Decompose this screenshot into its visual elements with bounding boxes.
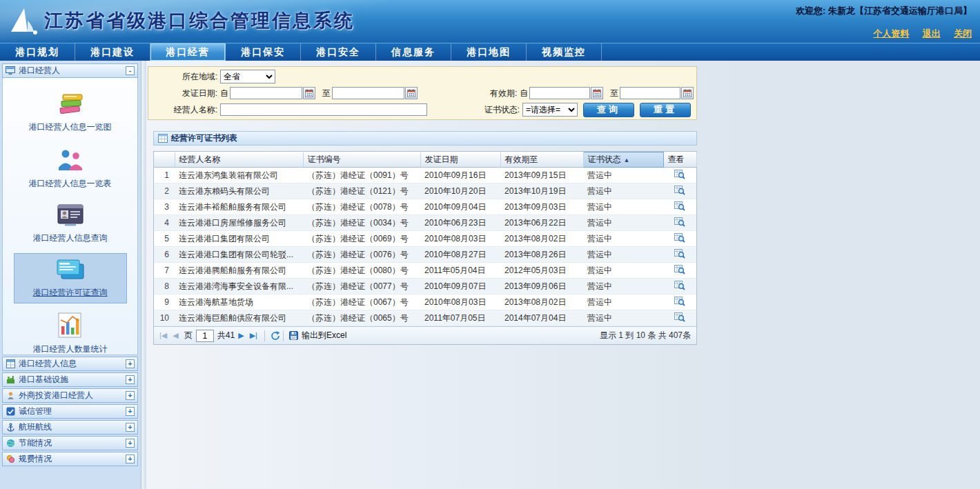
valid-until-cell: 2014年07月04日: [500, 310, 583, 326]
cert-status-label: 证书状态:: [482, 104, 522, 116]
calendar-button[interactable]: [591, 87, 603, 99]
view-record-button[interactable]: [674, 232, 685, 245]
row-index: 7: [154, 263, 175, 279]
next-page-button[interactable]: ▶: [238, 331, 244, 340]
sidebar-collapsed-panel-7[interactable]: 规费情况+: [2, 452, 138, 466]
pagination-bar: |◀ ◀ 页 共41 ▶ ▶| 输出到Excel 显示 1 到 10 条 共 4…: [154, 326, 696, 344]
sidebar-item-2[interactable]: 港口经营人信息一览表: [14, 143, 126, 194]
profile-link[interactable]: 个人资料: [873, 28, 909, 39]
app-logo-icon: [7, 6, 39, 39]
sidebar-collapsed-panel-5[interactable]: 航班航线+: [2, 420, 138, 435]
issue-date-column-header[interactable]: 发证日期: [420, 152, 500, 168]
valid-until-cell: 2012年05月03日: [500, 263, 583, 279]
view-cell: [663, 168, 696, 183]
sidebar-panel-port-operator[interactable]: 港口经营人 -: [2, 63, 138, 78]
table-row[interactable]: 6连云港港口集团有限公司轮驳...（苏连）港经证（0076）号2010年08月2…: [154, 247, 696, 263]
validity-from-input[interactable]: [529, 87, 590, 99]
view-record-button[interactable]: [674, 201, 685, 213]
issue-date-to-input[interactable]: [332, 87, 404, 99]
refresh-icon[interactable]: [271, 331, 280, 341]
table-row[interactable]: 9连云港海航基地货场（苏连）港经证（0067）号2010年08月03日2013年…: [154, 295, 696, 310]
sidebar-collapsed-panel-1[interactable]: 港口经营人信息+: [2, 357, 138, 371]
validity-label: 有效期:: [480, 88, 520, 99]
nav-tab-6[interactable]: 信息服务: [376, 43, 451, 61]
view-record-button[interactable]: [674, 185, 685, 197]
sidebar-panel-title: 港口经营人: [19, 65, 126, 77]
view-record-button[interactable]: [674, 169, 685, 181]
nav-tab-5[interactable]: 港口安全: [301, 43, 376, 61]
last-page-button[interactable]: ▶|: [250, 331, 257, 340]
expand-button[interactable]: +: [126, 375, 135, 384]
valid-until-column-header[interactable]: 有效期至: [500, 152, 583, 168]
expand-button[interactable]: +: [126, 423, 135, 432]
sidebar-item-3[interactable]: 港口经营人信息查询: [14, 199, 126, 248]
list-title-bar: 经营许可证书列表: [153, 131, 697, 146]
nav-tab-8[interactable]: 视频监控: [527, 43, 602, 61]
expand-button[interactable]: +: [126, 359, 135, 368]
sidebar-collapsed-panel-4[interactable]: 诚信管理+: [2, 404, 138, 419]
region-select[interactable]: 全省: [220, 70, 275, 83]
nav-tab-2[interactable]: 港口建设: [75, 43, 150, 61]
table-row[interactable]: 5连云港港口集团有限公司（苏连）港经证（0069）号2010年08月03日201…: [154, 231, 696, 247]
cert-no-column-header[interactable]: 证书编号: [303, 152, 420, 168]
prev-page-button[interactable]: ◀: [173, 331, 178, 340]
app-header: 江苏省省级港口综合管理信息系统 欢迎您: 朱新龙【江苏省交通运输厅港口局】 个人…: [0, 0, 980, 43]
search-button[interactable]: 查询: [583, 103, 634, 117]
sidebar-collapsed-panel-2[interactable]: 港口基础设施+: [2, 372, 138, 387]
index-column-header[interactable]: [154, 152, 175, 168]
operator-name-cell: 连云港港口集团有限公司: [175, 231, 303, 247]
export-excel-label: 输出到Excel: [302, 330, 346, 341]
view-record-button[interactable]: [674, 217, 685, 229]
table-row[interactable]: 3连云港丰裕船舶服务有限公司（苏连）港经证（0078）号2010年09月04日2…: [154, 199, 696, 215]
view-record-button[interactable]: [674, 312, 685, 324]
view-record-button[interactable]: [674, 248, 685, 261]
export-excel-button[interactable]: 输出到Excel: [289, 330, 346, 341]
collapse-button[interactable]: -: [126, 66, 135, 75]
validity-to-input[interactable]: [620, 87, 680, 99]
sidebar-item-1[interactable]: 港口经营人信息一览图: [14, 86, 126, 137]
cert-no-cell: （苏连）港经证（0065）号: [303, 310, 420, 326]
expand-button[interactable]: +: [126, 455, 135, 463]
table-row[interactable]: 7连云港港腾船舶服务有限公司（苏连）港经证（0080）号2011年05月04日2…: [154, 263, 696, 279]
sidebar-splitter[interactable]: [141, 61, 146, 489]
table-row[interactable]: 2连云港东粮码头有限公司（苏连）港经证（0121）号2010年10月20日201…: [154, 183, 696, 199]
page-number-input[interactable]: [196, 330, 214, 342]
expand-button[interactable]: +: [126, 439, 135, 448]
table-row[interactable]: 1连云港东鸿集装箱有限公司（苏连）港经证（0091）号2010年09月16日20…: [154, 168, 696, 183]
view-record-button[interactable]: [674, 296, 685, 308]
table-row[interactable]: 8连云港港湾海事安全设备有限...（苏连）港经证（0077）号2010年09月0…: [154, 279, 696, 295]
sidebar-item-5[interactable]: 港口经营人数量统计: [14, 308, 126, 355]
sidebar-item-4[interactable]: 港口经营许可证查询: [14, 254, 126, 303]
route-icon: [6, 423, 15, 432]
logout-link[interactable]: 退出: [923, 28, 941, 39]
app-title: 江苏省省级港口综合管理信息系统: [44, 8, 355, 33]
nav-tab-1[interactable]: 港口规划: [0, 43, 75, 61]
status-cell: 营运中: [583, 231, 663, 247]
expand-button[interactable]: +: [126, 391, 135, 400]
view-record-button[interactable]: [674, 264, 685, 277]
nav-tab-4[interactable]: 港口保安: [226, 43, 301, 61]
nav-tab-7[interactable]: 港口地图: [451, 43, 527, 61]
view-column-header[interactable]: 查看: [663, 152, 696, 168]
calendar-button[interactable]: [303, 87, 315, 99]
nav-tab-3[interactable]: 港口经营: [150, 43, 226, 61]
sidebar-collapsed-panel-6[interactable]: 节能情况+: [2, 436, 138, 450]
calendar-button[interactable]: [405, 87, 418, 99]
first-page-button[interactable]: |◀: [159, 331, 167, 340]
sidebar-panel-body: 港口经营人信息一览图港口经营人信息一览表港口经营人信息查询港口经营许可证查询港口…: [2, 78, 138, 355]
status-column-header[interactable]: 证书状态▲: [583, 152, 663, 168]
operator-name-input[interactable]: [220, 103, 427, 116]
close-link[interactable]: 关闭: [954, 28, 972, 39]
reset-button[interactable]: 重置: [640, 103, 691, 117]
issue-date-cell: 2010年09月04日: [420, 199, 500, 215]
row-index: 1: [154, 168, 175, 183]
view-record-button[interactable]: [674, 280, 685, 292]
table-row[interactable]: 10连云港海巨船舶供应有限公司（苏连）港经证（0065）号2011年07月05日…: [154, 310, 696, 326]
calendar-button[interactable]: [681, 87, 694, 99]
sidebar-collapsed-panel-3[interactable]: 外商投资港口经营人+: [2, 388, 138, 403]
name-column-header[interactable]: 经营人名称: [175, 152, 303, 168]
cert-status-select[interactable]: =请选择=: [522, 103, 578, 117]
issue-date-from-input[interactable]: [230, 87, 302, 99]
expand-button[interactable]: +: [126, 407, 135, 416]
table-row[interactable]: 4连云港港口房屋维修服务公司（苏连）港经证（0034）号2010年06月23日2…: [154, 215, 696, 231]
